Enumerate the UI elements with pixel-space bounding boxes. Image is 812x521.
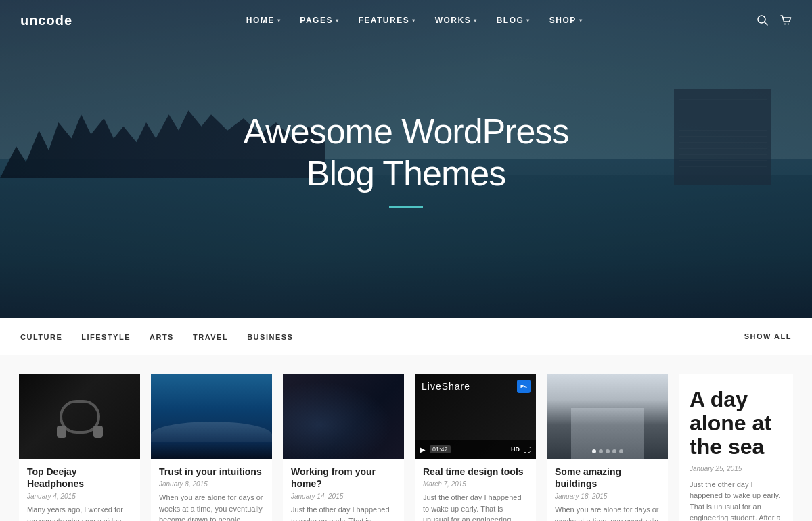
post-card-buildings: Some amazing buildings January 18, 2015 … [541, 369, 673, 521]
hero-divider [389, 206, 423, 208]
tab-business[interactable]: BUSINESS [247, 331, 293, 342]
brand-logo[interactable]: uncode [20, 13, 72, 28]
category-bar: CULTURE LIFESTYLE ARTS TRAVEL BUSINESS S… [0, 318, 812, 355]
post-thumbnail-buildings[interactable] [547, 374, 668, 459]
post-date: January 18, 2015 [555, 493, 660, 500]
tab-travel[interactable]: TRAVEL [193, 331, 228, 342]
nav-icons [757, 14, 792, 26]
post-excerpt: Just the other day I happened to wake up… [690, 479, 782, 521]
post-big-title[interactable]: A day alone at the sea [690, 388, 782, 459]
photoshop-badge: Ps [517, 380, 531, 393]
hd-badge: HD [511, 446, 520, 453]
post-card-text: A day alone at the sea January 25, 2015 … [673, 369, 798, 521]
nav-item-shop[interactable]: SHOP ▾ [549, 16, 583, 25]
post-card-waves: Trust in your intuitions January 8, 2015… [145, 369, 277, 521]
post-thumbnail-video[interactable]: LiveShare Ps ▶ 01:47 HD ⛶ [415, 374, 536, 459]
fullscreen-icon[interactable]: ⛶ [524, 446, 531, 453]
category-tabs: CULTURE LIFESTYLE ARTS TRAVEL BUSINESS [20, 331, 293, 342]
search-icon[interactable] [757, 14, 769, 26]
hero-section: Awesome WordPress Blog Themes [0, 0, 812, 318]
video-label: LiveShare [422, 381, 470, 392]
hero-content: Awesome WordPress Blog Themes [243, 110, 568, 208]
chevron-down-icon: ▾ [412, 18, 416, 24]
post-thumbnail-laptop[interactable] [283, 374, 404, 459]
video-time: 01:47 [430, 445, 451, 453]
post-title[interactable]: Trust in your intuitions [159, 466, 264, 478]
hero-title: Awesome WordPress Blog Themes [243, 110, 568, 195]
chevron-down-icon: ▾ [277, 18, 281, 24]
chevron-down-icon: ▾ [526, 18, 531, 24]
slider-dot [606, 449, 610, 453]
post-thumbnail-waves[interactable] [151, 374, 272, 459]
cart-icon[interactable] [780, 14, 792, 26]
post-date: March 7, 2015 [423, 480, 528, 488]
posts-grid: Top Deejay Headphones January 4, 2015 Ma… [0, 355, 812, 521]
nav-item-pages[interactable]: PAGES ▾ [300, 16, 339, 25]
post-excerpt: Just the other day I happened to wake up… [423, 492, 528, 521]
svg-line-1 [765, 22, 768, 26]
video-controls[interactable]: ▶ 01:47 HD ⛶ [415, 440, 536, 459]
headphones-graphic [60, 400, 100, 434]
slider-dot [592, 449, 596, 453]
post-date: January 4, 2015 [27, 493, 132, 500]
post-date: January 25, 2015 [690, 465, 782, 472]
svg-point-3 [788, 24, 789, 25]
tab-arts[interactable]: ARTS [150, 331, 174, 342]
post-title[interactable]: Real time design tools [423, 466, 528, 478]
navbar: uncode HOME ▾ PAGES ▾ FEATURES ▾ WORKS ▾… [0, 0, 812, 41]
nav-menu: HOME ▾ PAGES ▾ FEATURES ▾ WORKS ▾ BLOG ▾… [246, 16, 583, 25]
chevron-down-icon: ▾ [579, 18, 583, 24]
post-card-laptop: Working from your home? January 14, 2015… [277, 369, 409, 521]
post-date: January 8, 2015 [159, 480, 264, 488]
post-thumbnail-headphones[interactable] [19, 374, 140, 459]
slider-dot [599, 449, 603, 453]
post-excerpt: When you are alone for days or weeks at … [159, 492, 264, 521]
tab-culture[interactable]: CULTURE [20, 331, 62, 342]
nav-item-blog[interactable]: BLOG ▾ [497, 16, 531, 25]
post-card-video: LiveShare Ps ▶ 01:47 HD ⛶ Real time desi… [409, 369, 541, 521]
tab-lifestyle[interactable]: LIFESTYLE [81, 331, 131, 342]
post-date: January 14, 2015 [291, 493, 396, 500]
show-all-link[interactable]: SHOW ALL [744, 332, 792, 340]
post-title[interactable]: Top Deejay Headphones [27, 466, 132, 490]
chevron-down-icon: ▾ [336, 18, 340, 24]
svg-point-2 [784, 24, 786, 25]
chevron-down-icon: ▾ [474, 18, 478, 24]
post-card-headphones: Top Deejay Headphones January 4, 2015 Ma… [14, 369, 145, 521]
nav-item-home[interactable]: HOME ▾ [246, 16, 281, 25]
play-button[interactable]: ▶ [420, 446, 426, 453]
post-excerpt: When you are alone for days or weeks at … [555, 504, 660, 521]
slider-dots [592, 449, 623, 453]
slider-dot [612, 449, 616, 453]
nav-item-works[interactable]: WORKS ▾ [435, 16, 478, 25]
post-excerpt: Many years ago, I worked for my parents … [27, 504, 132, 521]
post-excerpt: Just the other day I happened to wake up… [291, 504, 396, 521]
nav-item-features[interactable]: FEATURES ▾ [358, 16, 415, 25]
post-title[interactable]: Some amazing buildings [555, 466, 660, 490]
post-title[interactable]: Working from your home? [291, 466, 396, 490]
slider-dot [619, 449, 623, 453]
